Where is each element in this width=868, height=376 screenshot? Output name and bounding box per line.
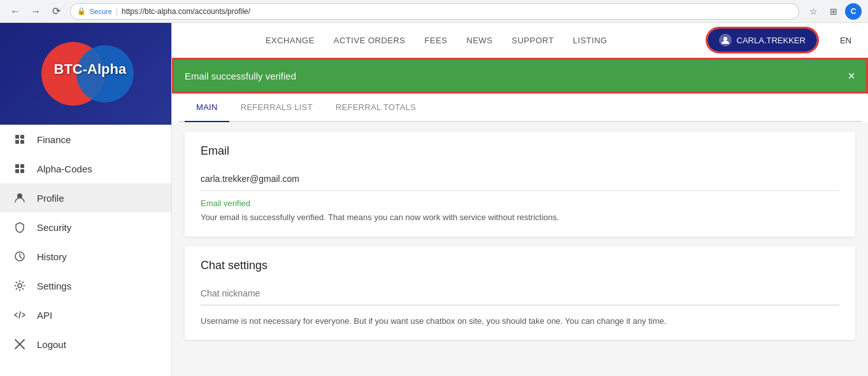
logout-icon	[13, 338, 27, 350]
lock-icon: 🔒	[77, 7, 86, 15]
tab-main[interactable]: MAIN	[185, 94, 229, 122]
email-card: Email carla.trekker@gmail.com Email veri…	[185, 132, 855, 237]
nav-support[interactable]: SUPPORT	[512, 36, 554, 45]
browser-chrome: ← → ⟳ 🔒 Secure | https://btc-alpha.com/a…	[0, 0, 868, 23]
sidebar-item-logout[interactable]: Logout	[0, 330, 171, 359]
browser-nav-buttons: ← → ⟳	[6, 3, 65, 20]
app-container: BTC-Alpha Finance Alpha-Codes	[0, 23, 868, 376]
chat-section-title: Chat settings	[201, 259, 839, 272]
browser-profile-icon[interactable]: C	[845, 3, 862, 20]
history-icon	[13, 251, 27, 262]
email-value: carla.trekker@gmail.com	[201, 167, 839, 191]
chat-nickname-input[interactable]	[201, 282, 839, 305]
svg-point-13	[723, 37, 727, 41]
sidebar-item-alpha-codes[interactable]: Alpha-Codes	[0, 154, 171, 183]
tabs-container: MAIN REFERRALS LIST REFERRAL TOTALS	[172, 94, 868, 122]
page-content: Email successfully verified × MAIN REFER…	[172, 58, 868, 376]
sidebar-item-history[interactable]: History	[0, 242, 171, 271]
language-button[interactable]: EN	[836, 32, 855, 49]
finance-icon	[13, 134, 27, 145]
svg-point-10	[18, 284, 22, 288]
sidebar-item-finance[interactable]: Finance	[0, 125, 171, 154]
separator: |	[116, 7, 118, 16]
sidebar-item-alpha-codes-label: Alpha-Codes	[37, 164, 92, 174]
nav-active-orders[interactable]: ACTIVE ORDERS	[334, 36, 406, 45]
sidebar-item-security-label: Security	[37, 222, 71, 233]
api-icon	[13, 309, 27, 321]
logo-area: BTC-Alpha	[0, 23, 171, 125]
alpha-codes-icon	[13, 163, 27, 174]
svg-rect-4	[15, 164, 19, 168]
sidebar-item-security[interactable]: Security	[0, 212, 171, 242]
content-area: Email carla.trekker@gmail.com Email veri…	[172, 132, 868, 362]
email-section-title: Email	[201, 144, 839, 158]
sidebar-item-profile[interactable]: Profile	[0, 183, 171, 212]
secure-label: Secure	[90, 8, 112, 15]
sidebar-item-logout-label: Logout	[37, 339, 66, 350]
success-message: Email successfully verified	[185, 71, 296, 81]
forward-button[interactable]: →	[27, 3, 45, 20]
sidebar-item-api-label: API	[37, 310, 52, 321]
sidebar-item-api[interactable]: API	[0, 300, 171, 330]
verified-label: Email verified	[201, 198, 839, 208]
tab-referral-totals[interactable]: REFERRAL TOTALS	[324, 94, 427, 122]
svg-rect-5	[20, 164, 24, 168]
sidebar: BTC-Alpha Finance Alpha-Codes	[0, 23, 172, 376]
nav-links: EXCHANGE ACTIVE ORDERS FEES NEWS SUPPORT…	[185, 36, 688, 45]
profile-icon	[13, 192, 27, 204]
sidebar-nav: Finance Alpha-Codes Profile Security	[0, 125, 171, 376]
settings-icon	[13, 280, 27, 291]
svg-rect-7	[20, 169, 24, 173]
sidebar-item-settings-label: Settings	[37, 281, 71, 291]
top-nav: EXCHANGE ACTIVE ORDERS FEES NEWS SUPPORT…	[172, 23, 868, 58]
user-icon	[719, 34, 732, 46]
svg-rect-1	[20, 135, 24, 139]
security-icon	[13, 221, 27, 233]
browser-actions: ☆ ⊞ C	[804, 3, 862, 20]
svg-rect-0	[15, 135, 19, 139]
url-text: https://btc-alpha.com/accounts/profile/	[122, 7, 250, 16]
nav-exchange[interactable]: EXCHANGE	[266, 36, 315, 45]
chat-settings-card: Chat settings Username is not necessary …	[185, 246, 855, 340]
tab-referrals-list[interactable]: REFERRALS LIST	[229, 94, 324, 122]
sidebar-item-finance-label: Finance	[37, 134, 71, 145]
user-button[interactable]: CARLA.TREKKER	[708, 29, 817, 52]
sidebar-item-profile-label: Profile	[37, 193, 64, 204]
sidebar-item-settings[interactable]: Settings	[0, 271, 171, 300]
chat-description: Username is not necessary for everyone. …	[201, 315, 839, 328]
svg-rect-3	[20, 140, 24, 144]
svg-rect-6	[15, 169, 19, 173]
tabs: MAIN REFERRALS LIST REFERRAL TOTALS	[178, 94, 862, 122]
banner-close-button[interactable]: ×	[848, 69, 855, 82]
nav-fees[interactable]: FEES	[425, 36, 448, 45]
nav-listing[interactable]: LISTING	[573, 36, 608, 45]
back-button[interactable]: ←	[6, 3, 24, 20]
main-content: EXCHANGE ACTIVE ORDERS FEES NEWS SUPPORT…	[172, 23, 868, 376]
nav-news[interactable]: NEWS	[467, 36, 493, 45]
reload-button[interactable]: ⟳	[47, 3, 65, 20]
logo-circles: BTC-Alpha	[35, 36, 137, 112]
logo-text: BTC-Alpha	[54, 61, 127, 78]
address-bar[interactable]: 🔒 Secure | https://btc-alpha.com/account…	[70, 3, 799, 20]
svg-rect-2	[15, 140, 19, 144]
sidebar-item-history-label: History	[37, 251, 67, 262]
bookmark-button[interactable]: ⊞	[825, 3, 843, 20]
success-banner: Email successfully verified ×	[172, 58, 868, 94]
user-name-label: CARLA.TREKKER	[737, 36, 806, 45]
verified-description: Your email is successfully verified. Tha…	[201, 211, 839, 224]
star-button[interactable]: ☆	[804, 3, 822, 20]
